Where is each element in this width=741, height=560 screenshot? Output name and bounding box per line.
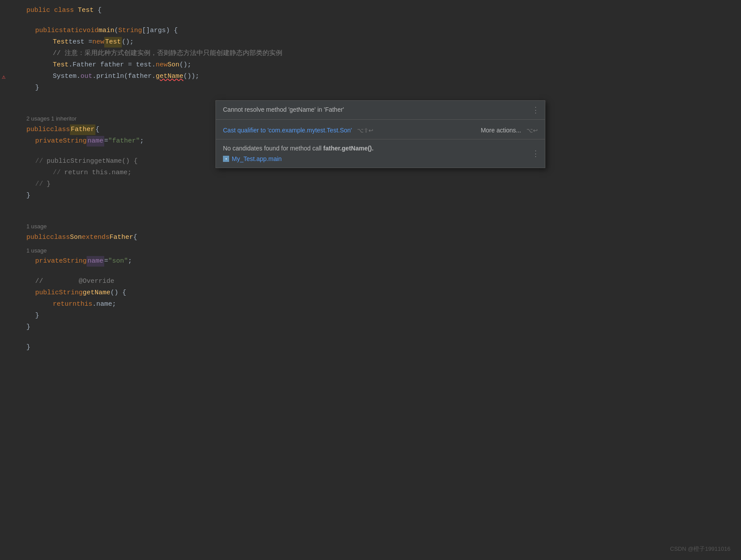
code-text: public class Test { [26, 5, 102, 16]
watermark: CSDN @橙子19911016 [670, 545, 730, 553]
code-line-father: Test .Father father = test. new Son (); [18, 60, 741, 71]
code-line-main: public static void main ( String [] args… [18, 26, 741, 37]
empty-line [18, 17, 741, 26]
code-line-son-return: return this .name; [18, 299, 741, 311]
error-tooltip: Cannot resolve method 'getName' in 'Fath… [215, 100, 545, 168]
tooltip-no-candidates-text: No candidates found for method call fath… [223, 145, 538, 153]
tooltip-caller-row: ▪ My_Test.app.main [223, 155, 538, 162]
code-line-father-close: } [18, 190, 741, 202]
code-line-father-return-commented: // return this.name; [18, 168, 741, 179]
tooltip-fix-shortcut: ⌥⇧↩ [357, 127, 373, 134]
usage-hint-son-name: 1 usage [18, 246, 741, 256]
tooltip-fix-link[interactable]: Cast qualifier to 'com.example.mytest.Te… [223, 127, 352, 134]
error-icon: ⚠ [2, 72, 5, 82]
code-line-father-brace-commented: // } [18, 179, 741, 190]
tooltip-fix-section: Cast qualifier to 'com.example.mytest.Te… [216, 120, 545, 139]
code-line-println: ⚠ System . out .println( father . getNam… [18, 71, 741, 83]
code-line-main-close: } [18, 83, 741, 94]
tooltip-menu-icon-1[interactable]: ⋮ [532, 105, 540, 115]
tooltip-fix-row: Cast qualifier to 'com.example.mytest.Te… [223, 127, 538, 134]
usage-hint-son: 1 usage [18, 222, 741, 231]
code-line-son-name: private String name = "son" ; [18, 256, 741, 267]
code-editor: public class Test { public static void m… [0, 0, 741, 359]
tooltip-no-candidates-section: No candidates found for method call fath… [216, 139, 545, 168]
code-line-final-close: } [18, 342, 741, 354]
tooltip-menu-icon-2[interactable]: ⋮ [532, 149, 540, 158]
tooltip-more-actions-label[interactable]: More actions... [481, 127, 521, 134]
tooltip-more-actions-shortcut: ⌥↩ [526, 127, 538, 134]
code-line-override: // @Override [18, 276, 741, 288]
tooltip-no-candidates-label: No candidates found for method call [223, 145, 323, 152]
tooltip-method-call: father.getName(). [323, 145, 373, 152]
code-line-son-close: } [18, 322, 741, 333]
code-line-new-test: Test test = new Test (); [18, 37, 741, 48]
tooltip-error-section: Cannot resolve method 'getName' in 'Fath… [216, 101, 545, 120]
tooltip-error-message: Cannot resolve method 'getName' in 'Fath… [223, 106, 344, 113]
code-line-son-getname: public String getName () { [18, 288, 741, 299]
code-line-1: public class Test { [18, 5, 741, 17]
code-line-son-getname-close: } [18, 311, 741, 322]
code-line-comment: // 注意：采用此种方式创建实例，否则静态方法中只能创建静态内部类的实例 [18, 48, 741, 60]
code-line-son-class: public class Son extends Father { [18, 232, 741, 244]
tooltip-caller-link[interactable]: My_Test.app.main [232, 155, 282, 162]
file-icon: ▪ [223, 156, 229, 162]
